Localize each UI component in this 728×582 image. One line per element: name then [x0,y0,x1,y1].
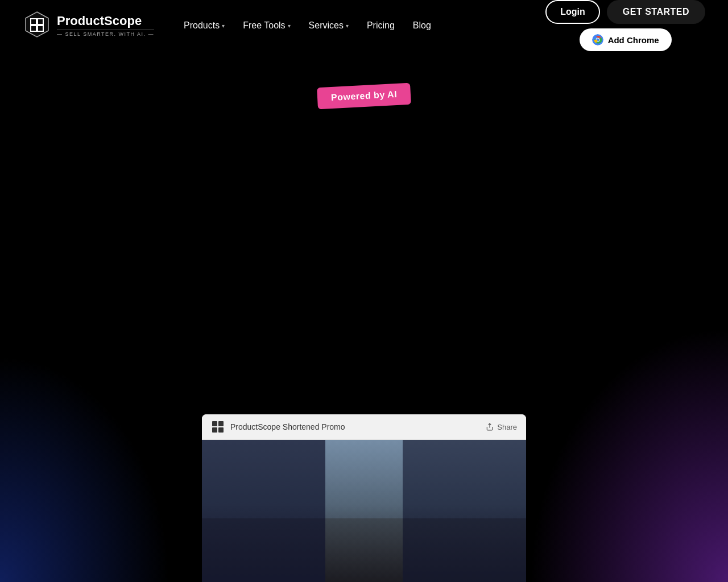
free-tools-chevron-icon: ▾ [288,23,291,29]
video-header-left: ProductScope Shortened Promo [211,420,345,434]
navbar: ProductScope — SELL SMARTER. WITH AI. — … [0,0,728,51]
hero-content: Powered by AI [317,74,411,107]
svg-rect-12 [218,427,224,433]
logo-icon [23,10,51,41]
products-chevron-icon: ▾ [222,23,225,29]
navbar-right: Login GET STARTED Add Chrome [545,0,705,51]
get-started-button[interactable]: GET STARTED [607,0,705,24]
video-frame: ProductScope Shortened Promo Share [202,414,526,582]
logo-text: ProductScope — SELL SMARTER. WITH AI. — [57,14,154,36]
svg-rect-10 [218,421,224,426]
add-chrome-button[interactable]: Add Chrome [580,28,672,51]
navbar-right-bottom-row: Add Chrome [580,28,672,51]
video-title: ProductScope Shortened Promo [230,422,345,431]
chrome-icon [592,34,603,45]
nav-free-tools[interactable]: Free Tools ▾ [236,16,297,35]
video-logo-small-icon [211,420,225,434]
svg-rect-9 [212,421,217,426]
background-glow-right [529,326,728,582]
navbar-right-top-row: Login GET STARTED [545,0,705,24]
logo-tagline: — SELL SMARTER. WITH AI. — [57,30,154,37]
nav-blog[interactable]: Blog [406,16,438,35]
video-container: ProductScope Shortened Promo Share [202,414,526,582]
nav-links: Products ▾ Free Tools ▾ Services ▾ Prici… [177,16,438,35]
add-chrome-label: Add Chrome [608,35,659,45]
nav-products[interactable]: Products ▾ [177,16,231,35]
video-thumb-image [202,440,526,582]
nav-pricing[interactable]: Pricing [360,16,402,35]
logo-name: ProductScope [57,14,154,28]
svg-rect-11 [212,427,217,433]
video-header: ProductScope Shortened Promo Share [202,414,526,440]
hero-area: Powered by AI [0,74,728,107]
login-button[interactable]: Login [545,0,600,24]
navbar-left: ProductScope — SELL SMARTER. WITH AI. — … [23,10,438,41]
video-thumbnail[interactable] [202,440,526,582]
powered-badge: Powered by AI [317,83,411,110]
services-chevron-icon: ▾ [346,23,349,29]
share-icon [486,423,494,431]
nav-services[interactable]: Services ▾ [302,16,355,35]
svg-point-5 [36,24,38,27]
logo[interactable]: ProductScope — SELL SMARTER. WITH AI. — [23,10,154,41]
video-share-button[interactable]: Share [486,423,517,431]
background-glow-left [0,355,171,582]
